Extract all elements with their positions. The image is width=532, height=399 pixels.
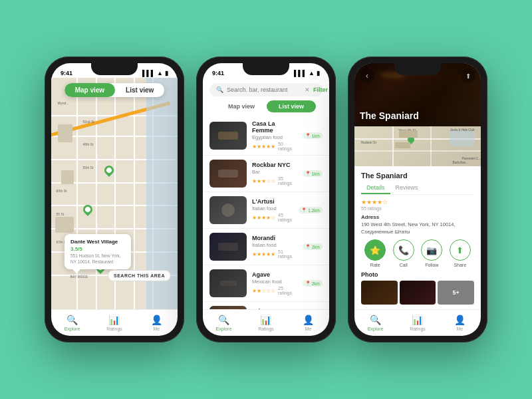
list-item[interactable]: Taim Israeli food ★★★★☆ 40 ratings 📍2.5k… [203, 302, 329, 309]
call-label: Call [400, 263, 408, 267]
map-view-btn[interactable]: Map view [65, 83, 115, 97]
restaurant-meta-2: ★★★☆☆ 35 ratings [252, 176, 297, 186]
nav-me-2[interactable]: 👤 Me [287, 315, 329, 331]
signal-icon: ▌▌▌ [142, 70, 155, 76]
detail-address: 190 West 4th Street, New York, NY 10014,… [361, 221, 474, 235]
map-label-6: 55 St [57, 212, 65, 216]
follow-icon: 📷 [421, 239, 442, 261]
nav-ratings-2[interactable]: 📊 Ratings [245, 315, 287, 331]
ratings-1: 50 ratings [278, 142, 297, 151]
restaurant-name-2: Rockbar NYC [252, 162, 297, 168]
photo-section-title: Photo [361, 271, 474, 278]
nav-ratings-1[interactable]: 📊 Ratings [93, 315, 135, 331]
share-label: Share [454, 263, 466, 267]
restaurant-type-1: Egyptian food [252, 134, 297, 140]
list-view-btn[interactable]: List view [115, 83, 164, 97]
notch-2 [243, 63, 289, 75]
ratings-3: 45 ratings [278, 213, 293, 222]
explore-icon-2: 🔍 [218, 315, 229, 325]
time-1: 9:41 [61, 70, 72, 76]
pin-icon-3: 📍 [301, 207, 307, 213]
stars-1: ★★★★★ [252, 144, 275, 150]
list-item[interactable]: L'Artusi Italian food ★★★★☆ 45 ratings 📍… [203, 192, 329, 229]
status-icons-2: ▌▌▌ ▲ ▮ [294, 70, 320, 76]
map-label-4: 55th St [83, 166, 94, 170]
tab-details[interactable]: Details [361, 182, 390, 194]
notch [91, 63, 138, 75]
nav-me-1[interactable]: 👤 Me [136, 315, 178, 331]
nav-me-label-3: Me [456, 327, 463, 331]
list-item[interactable]: Rockbar NYC Bar ★★★☆☆ 35 ratings 📍1km [203, 156, 329, 192]
map-content: Wynd... 52nd St 48th St 55th St 60th St … [51, 78, 178, 309]
detail-venue-name: The Spaniard [361, 172, 474, 180]
nav-ratings-3[interactable]: 📊 Ratings [396, 315, 438, 331]
restaurant-name-5: Agave [252, 271, 297, 278]
search-icon: 🔍 [216, 86, 223, 93]
explore-icon: 🔍 [66, 315, 78, 325]
nav-ratings-label-3: Ratings [410, 327, 426, 331]
restaurant-type-4: Italian food [252, 242, 297, 248]
rate-button[interactable]: ⭐ Rate [364, 239, 386, 267]
map-view-btn-2[interactable]: Map view [216, 100, 267, 112]
nav-explore-1[interactable]: 🔍 Explore [51, 315, 93, 331]
more-count: 5+ [453, 289, 460, 296]
restaurant-distance-2: 📍1km [303, 170, 323, 177]
search-area-button[interactable]: SEARCH THIS AREA [108, 270, 171, 281]
restaurant-distance-1: 📍1km [303, 132, 323, 139]
filter-button[interactable]: Filter [313, 86, 328, 93]
me-icon: 👤 [151, 315, 162, 325]
restaurant-meta-3: ★★★★☆ 45 ratings [252, 213, 293, 222]
nav-explore-3[interactable]: 🔍 Explore [354, 315, 396, 331]
photo-more[interactable]: 5+ [438, 281, 474, 305]
restaurant-type-3: Italian food [252, 205, 293, 211]
restaurant-image-5 [209, 269, 247, 297]
search-input[interactable] [227, 86, 301, 93]
map-label-8: BAY RIDGE [70, 275, 88, 279]
restaurant-distance-3: 📍1.2km [299, 207, 323, 213]
restaurant-distance-4: 📍2km [303, 243, 323, 250]
nav-explore-2[interactable]: 🔍 Explore [203, 315, 245, 331]
pin-icon-2: 📍 [305, 171, 311, 176]
share-action-button[interactable]: ⬆ Share [450, 239, 471, 267]
list-item[interactable]: Casa La Femme Egyptian food ★★★★★ 50 rat… [203, 116, 329, 156]
follow-button[interactable]: 📷 Follow [421, 239, 442, 267]
view-toggle-phone1: Map view List view [51, 83, 178, 97]
ratings-icon-3: 📊 [412, 315, 423, 325]
ratings-5: 25 ratings [278, 286, 297, 295]
tab-reviews[interactable]: Reviews [390, 182, 424, 194]
bottom-nav-2: 🔍 Explore 📊 Ratings 👤 Me [203, 309, 329, 336]
venue-name: The Spaniard [360, 110, 419, 121]
rate-label: Rate [370, 263, 380, 267]
wifi-icon: ▲ [157, 70, 163, 76]
bottom-nav-3: 🔍 Explore 📊 Ratings 👤 Me [354, 309, 481, 336]
popup-address: 551 Hudson St, New York, NY 10014, Resta… [70, 253, 125, 265]
popup-name: Dante West Village [70, 239, 125, 245]
photo-1[interactable] [361, 281, 398, 305]
me-icon-2: 👤 [303, 315, 314, 325]
time-2: 9:41 [212, 70, 224, 76]
pin-icon-5: 📍 [305, 281, 311, 286]
clear-icon[interactable]: ✕ [305, 86, 310, 93]
map-label: Wynd... [58, 101, 69, 105]
nav-explore-label-3: Explore [368, 327, 384, 331]
nav-me-label: Me [153, 327, 160, 331]
photo-2[interactable] [400, 281, 436, 305]
wifi-icon-2: ▲ [309, 70, 315, 76]
restaurant-image-1 [209, 122, 247, 150]
distance-badge-1: 📍1km [303, 132, 323, 139]
map-label-2: 52nd St [83, 120, 94, 124]
list-item[interactable]: Morandi Italian food ★★★★★ 51 ratings 📍2… [203, 229, 329, 265]
me-icon-3: 👤 [454, 315, 466, 325]
search-bar: 🔍 ✕ Filter [209, 83, 323, 96]
share-icon: ⬆ [450, 239, 471, 261]
stars-2: ★★★☆☆ [252, 178, 275, 184]
restaurant-meta-5: ★★☆☆☆ 25 ratings [252, 286, 297, 295]
signal-icon-2: ▌▌▌ [294, 70, 307, 76]
nav-me-3[interactable]: 👤 Me [439, 315, 481, 331]
list-item[interactable]: Agave Mexican food ★★☆☆☆ 25 ratings 📍2km [203, 265, 329, 302]
call-button[interactable]: 📞 Call [393, 239, 414, 267]
list-view-btn-2[interactable]: List view [267, 100, 316, 112]
stars-3: ★★★★☆ [252, 215, 275, 221]
action-buttons: ⭐ Rate 📞 Call 📷 Follow ⬆ Share [361, 239, 474, 267]
status-icons-1: ▌▌▌ ▲ ▮ [142, 70, 168, 76]
